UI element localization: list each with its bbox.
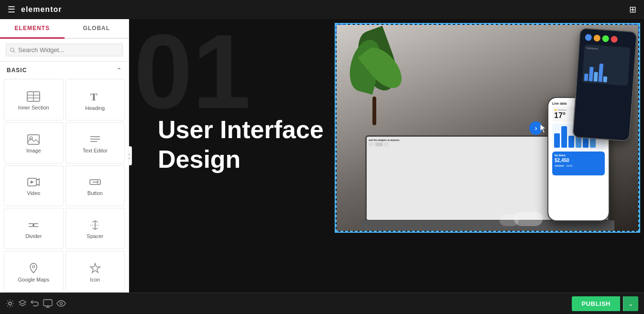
svg-line-1: [13, 51, 15, 52]
spacer-icon: [89, 220, 101, 230]
search-input[interactable]: [18, 46, 119, 54]
phone-2-screen: Dashboard: [573, 29, 636, 141]
elementor-logo: elementor: [21, 5, 62, 14]
bottom-left: [6, 299, 66, 308]
widget-label-spacer: Spacer: [87, 233, 103, 239]
laptop-keyboard: [360, 220, 614, 231]
video-icon: [27, 177, 40, 187]
widget-item-divider[interactable]: Divider: [4, 208, 64, 249]
tab-elements[interactable]: ELEMENTS: [0, 19, 65, 39]
divider-icon: [27, 220, 40, 230]
bottom-bar: PUBLISH ⌄: [0, 292, 644, 314]
collapse-handle[interactable]: ❮: [129, 146, 132, 165]
sidebar: ELEMENTS GLOBAL BASIC ⌃: [0, 19, 129, 292]
svg-rect-7: [28, 135, 39, 144]
top-bar-left: ☰ elementor: [8, 4, 62, 15]
image-icon: [27, 134, 40, 145]
settings-icon[interactable]: [6, 299, 14, 308]
section-title: BASIC: [7, 67, 27, 74]
bottom-right: PUBLISH ⌄: [572, 296, 638, 311]
canvas-area[interactable]: ❮ 01 User Interface Design: [129, 19, 644, 292]
desktop-icon[interactable]: [43, 299, 53, 308]
top-bar: ☰ elementor ⊞: [0, 0, 644, 19]
widgets-grid: Inner Section T Heading Image: [0, 79, 129, 292]
text-editor-icon: [89, 134, 101, 145]
heading-icon: T: [89, 91, 101, 102]
stem: [372, 97, 376, 125]
search-container: [0, 39, 129, 62]
map-icon: [28, 262, 39, 274]
mock-image: and the widgets at alament.: [337, 25, 638, 231]
widget-label-divider: Divider: [25, 233, 42, 239]
button-icon: [89, 177, 101, 187]
hamburger-icon[interactable]: ☰: [8, 4, 15, 15]
section-toggle[interactable]: ⌃: [116, 66, 122, 74]
search-icon: [10, 47, 15, 53]
icon-icon: [89, 262, 101, 274]
image-widget[interactable]: and the widgets at alament.: [336, 24, 639, 232]
widget-label-heading: Heading: [85, 105, 105, 111]
grid-icon[interactable]: ⊞: [629, 4, 636, 15]
preview-icon[interactable]: [56, 300, 66, 307]
big-number: 01: [129, 19, 251, 124]
main-layout: ELEMENTS GLOBAL BASIC ⌃: [0, 19, 644, 292]
widget-label-button: Button: [87, 190, 103, 196]
widget-label-google-maps: Google Maps: [18, 277, 49, 282]
widget-item-video[interactable]: Video: [4, 165, 64, 206]
widget-item-inner-section[interactable]: Inner Section: [4, 79, 64, 120]
widget-item-icon[interactable]: Icon: [65, 251, 125, 292]
svg-rect-23: [44, 300, 52, 306]
headline-line2: Design: [158, 144, 324, 174]
sidebar-tabs: ELEMENTS GLOBAL: [0, 19, 129, 39]
widget-label-video: Video: [27, 190, 40, 196]
inner-section-icon: [27, 91, 40, 102]
widget-item-button[interactable]: Button: [65, 165, 125, 206]
svg-text:T: T: [90, 91, 98, 102]
canvas-headline: User Interface Design: [158, 115, 324, 174]
widget-item-image[interactable]: Image: [4, 122, 64, 163]
tab-global[interactable]: GLOBAL: [65, 19, 129, 38]
widget-label-inner-section: Inner Section: [18, 105, 49, 110]
undo-icon[interactable]: [31, 299, 39, 308]
widget-item-spacer[interactable]: Spacer: [65, 208, 125, 249]
blue-circle-btn: ›: [529, 121, 543, 135]
widget-item-heading[interactable]: T Heading: [65, 79, 125, 120]
layers-icon[interactable]: [18, 299, 27, 308]
widget-item-google-maps[interactable]: Google Maps: [4, 251, 64, 292]
publish-button[interactable]: PUBLISH: [572, 296, 620, 311]
svg-point-8: [30, 137, 33, 140]
svg-point-17: [33, 224, 34, 226]
white-obj-2: [500, 214, 519, 226]
plant: [346, 30, 404, 125]
widget-label-icon: Icon: [90, 277, 100, 282]
svg-point-22: [9, 302, 11, 305]
canvas-content: 01 User Interface Design: [129, 19, 644, 292]
widget-label-image: Image: [26, 148, 41, 153]
widget-item-text-editor[interactable]: Text Editor: [65, 122, 125, 163]
svg-marker-13: [31, 181, 34, 184]
publish-arrow-button[interactable]: ⌄: [623, 296, 638, 311]
headline-line1: User Interface: [158, 115, 324, 144]
image-widget-content: and the widgets at alament.: [337, 25, 638, 231]
section-header: BASIC ⌃: [0, 62, 129, 79]
widget-label-text-editor: Text Editor: [83, 148, 108, 153]
svg-point-21: [33, 266, 35, 268]
phone-2: Dashboard: [572, 28, 637, 141]
search-input-wrapper: [6, 43, 123, 56]
svg-point-26: [60, 303, 63, 305]
